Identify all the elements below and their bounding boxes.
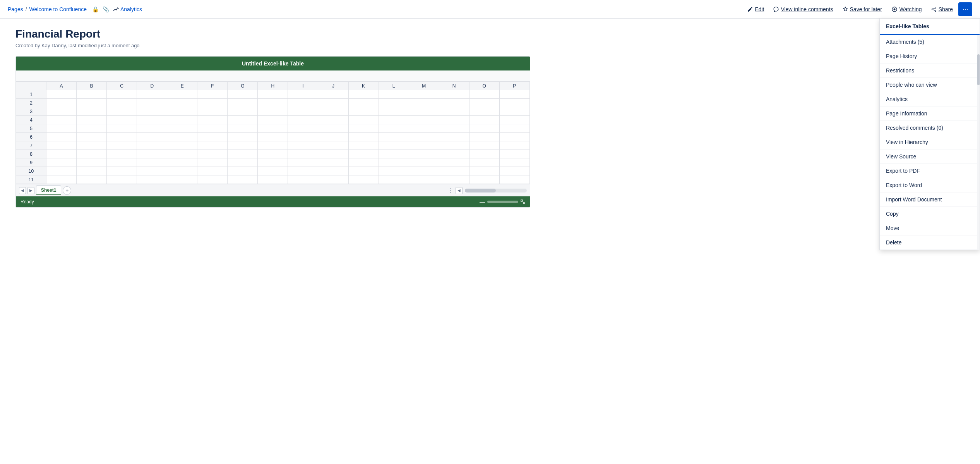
cell-G10[interactable] — [228, 167, 258, 175]
add-sheet-button[interactable]: + — [63, 186, 71, 195]
cell-B10[interactable] — [77, 167, 107, 175]
cell-A5[interactable] — [46, 124, 77, 133]
cell-C7[interactable] — [107, 141, 137, 150]
cell-G7[interactable] — [228, 141, 258, 150]
cell-M4[interactable] — [409, 116, 439, 124]
cell-E11[interactable] — [167, 175, 197, 184]
cell-G2[interactable] — [228, 99, 258, 107]
cell-J1[interactable] — [318, 90, 348, 99]
cell-L10[interactable] — [379, 167, 409, 175]
scrollbar-left[interactable]: ◀ — [456, 187, 463, 194]
cell-J11[interactable] — [318, 175, 348, 184]
cell-J10[interactable] — [318, 167, 348, 175]
cell-F6[interactable] — [197, 133, 228, 141]
cell-F2[interactable] — [197, 99, 228, 107]
cell-P4[interactable] — [499, 116, 529, 124]
cell-O1[interactable] — [469, 90, 499, 99]
cell-C3[interactable] — [107, 107, 137, 116]
cell-K7[interactable] — [348, 141, 379, 150]
dropdown-item-0[interactable]: Attachments (5) — [880, 35, 980, 49]
dropdown-item-11[interactable]: Import Word Document — [880, 192, 980, 207]
cell-P5[interactable] — [499, 124, 529, 133]
cell-F11[interactable] — [197, 175, 228, 184]
cell-M8[interactable] — [409, 150, 439, 158]
cell-B11[interactable] — [77, 175, 107, 184]
cell-N9[interactable] — [439, 158, 469, 167]
cell-M2[interactable] — [409, 99, 439, 107]
cell-D5[interactable] — [137, 124, 167, 133]
cell-F4[interactable] — [197, 116, 228, 124]
cell-N1[interactable] — [439, 90, 469, 99]
cell-F5[interactable] — [197, 124, 228, 133]
horizontal-scrollbar[interactable] — [465, 189, 527, 192]
cell-G4[interactable] — [228, 116, 258, 124]
cell-K4[interactable] — [348, 116, 379, 124]
dropdown-item-9[interactable]: Export to PDF — [880, 164, 980, 178]
cell-N2[interactable] — [439, 99, 469, 107]
cell-G9[interactable] — [228, 158, 258, 167]
cell-J6[interactable] — [318, 133, 348, 141]
cell-H5[interactable] — [258, 124, 288, 133]
cell-D9[interactable] — [137, 158, 167, 167]
cell-D3[interactable] — [137, 107, 167, 116]
cell-A1[interactable] — [46, 90, 77, 99]
cell-G6[interactable] — [228, 133, 258, 141]
cell-K5[interactable] — [348, 124, 379, 133]
cell-J7[interactable] — [318, 141, 348, 150]
cell-I1[interactable] — [288, 90, 318, 99]
cell-E3[interactable] — [167, 107, 197, 116]
dropdown-item-4[interactable]: Analytics — [880, 92, 980, 107]
cell-M9[interactable] — [409, 158, 439, 167]
cell-C8[interactable] — [107, 150, 137, 158]
cell-K9[interactable] — [348, 158, 379, 167]
cell-I11[interactable] — [288, 175, 318, 184]
cell-H11[interactable] — [258, 175, 288, 184]
cell-I9[interactable] — [288, 158, 318, 167]
cell-J4[interactable] — [318, 116, 348, 124]
cell-B6[interactable] — [77, 133, 107, 141]
cell-E8[interactable] — [167, 150, 197, 158]
cell-J3[interactable] — [318, 107, 348, 116]
cell-J8[interactable] — [318, 150, 348, 158]
dropdown-item-5[interactable]: Page Information — [880, 107, 980, 121]
cell-E5[interactable] — [167, 124, 197, 133]
cell-J2[interactable] — [318, 99, 348, 107]
cell-I3[interactable] — [288, 107, 318, 116]
cell-G3[interactable] — [228, 107, 258, 116]
cell-O11[interactable] — [469, 175, 499, 184]
zoom-bar[interactable] — [487, 201, 518, 203]
cell-C10[interactable] — [107, 167, 137, 175]
dropdown-item-10[interactable]: Export to Word — [880, 178, 980, 192]
cell-B5[interactable] — [77, 124, 107, 133]
cell-I2[interactable] — [288, 99, 318, 107]
cell-G8[interactable] — [228, 150, 258, 158]
cell-H4[interactable] — [258, 116, 288, 124]
cell-K3[interactable] — [348, 107, 379, 116]
more-actions-button[interactable]: ··· — [958, 2, 972, 16]
cell-D10[interactable] — [137, 167, 167, 175]
cell-E6[interactable] — [167, 133, 197, 141]
dropdown-item-3[interactable]: People who can view — [880, 78, 980, 92]
cell-O8[interactable] — [469, 150, 499, 158]
cell-D2[interactable] — [137, 99, 167, 107]
cell-O6[interactable] — [469, 133, 499, 141]
cell-H1[interactable] — [258, 90, 288, 99]
cell-G11[interactable] — [228, 175, 258, 184]
cell-F9[interactable] — [197, 158, 228, 167]
cell-M5[interactable] — [409, 124, 439, 133]
cell-O2[interactable] — [469, 99, 499, 107]
cell-P3[interactable] — [499, 107, 529, 116]
maximize-icon[interactable] — [521, 199, 525, 204]
edit-button[interactable]: Edit — [744, 4, 768, 15]
sheet-tab-sheet1[interactable]: Sheet1 — [36, 186, 61, 195]
cell-D6[interactable] — [137, 133, 167, 141]
cell-M11[interactable] — [409, 175, 439, 184]
cell-E4[interactable] — [167, 116, 197, 124]
cell-N5[interactable] — [439, 124, 469, 133]
cell-P8[interactable] — [499, 150, 529, 158]
cell-H8[interactable] — [258, 150, 288, 158]
save-for-later-button[interactable]: Save for later — [839, 4, 886, 15]
dropdown-item-2[interactable]: Restrictions — [880, 64, 980, 78]
cell-D11[interactable] — [137, 175, 167, 184]
cell-L2[interactable] — [379, 99, 409, 107]
